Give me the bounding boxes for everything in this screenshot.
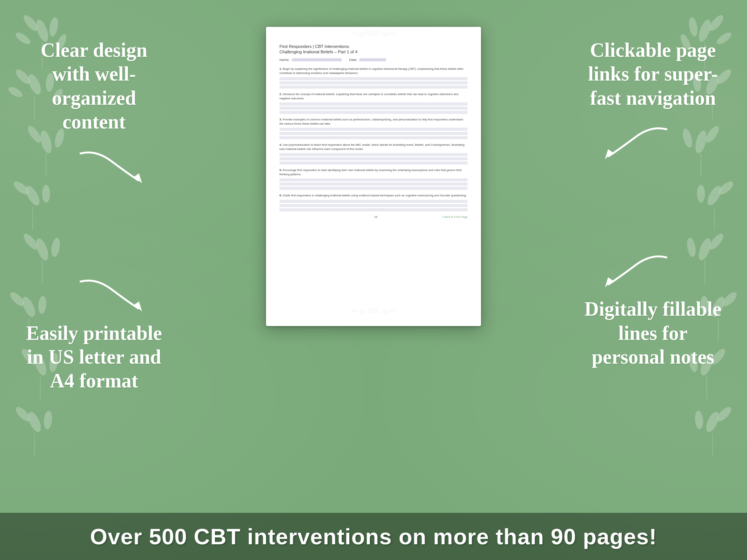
- answer-line: [279, 107, 468, 110]
- item-3-num: 3.: [279, 118, 282, 121]
- doc-item-4: 4. Use psychoeducation to teach first re…: [279, 143, 468, 165]
- answer-line: [279, 200, 468, 203]
- svg-point-80: [358, 310, 366, 314]
- name-label: Name:: [279, 58, 290, 62]
- answer-line: [279, 102, 468, 105]
- doc-decoration-top: [266, 28, 481, 39]
- svg-point-73: [358, 32, 366, 37]
- svg-point-75: [351, 31, 357, 35]
- date-input-line: [359, 58, 386, 61]
- right-column: Clickable page links for super-fast navi…: [570, 15, 747, 505]
- feature-text-2-right: Digitally fillable lines for personal no…: [582, 297, 724, 369]
- feature-block-2-left: Easily printable in US letter and A4 for…: [23, 266, 165, 393]
- center-column: First Responders | CBT Interventions: Ch…: [177, 15, 570, 505]
- item-4-answer: [279, 153, 468, 165]
- item-1-num: 1.: [279, 67, 282, 71]
- document-footer: 16 + Back to First Page: [279, 215, 468, 219]
- answer-line: [279, 132, 468, 135]
- document-fields: Name: Date:: [279, 58, 468, 62]
- item-6-answer: [279, 200, 468, 211]
- arrow-2-right: [597, 250, 674, 293]
- document: First Responders | CBT Interventions: Ch…: [266, 27, 481, 326]
- item-2-text: Introduce the concept of irrational beli…: [279, 92, 458, 100]
- answer-line: [279, 204, 468, 207]
- svg-point-81: [381, 310, 389, 314]
- item-4-num: 4.: [279, 143, 282, 147]
- feature-block-2-right: Digitally fillable lines for personal no…: [582, 242, 724, 369]
- page-number: 16: [310, 215, 441, 219]
- feature-text-2-left: Easily printable in US letter and A4 for…: [23, 321, 165, 393]
- svg-point-74: [381, 32, 389, 37]
- feature-text-1-right: Clickable page links for super-fast navi…: [582, 38, 724, 110]
- bottom-banner: Over 500 CBT interventions on more than …: [0, 513, 747, 560]
- svg-point-79: [368, 308, 379, 314]
- svg-point-83: [390, 309, 396, 313]
- answer-line: [279, 86, 468, 89]
- arrow-2-left: [73, 274, 150, 318]
- item-4-text: Use psychoeducation to teach first respo…: [279, 143, 464, 151]
- date-field: Date:: [349, 58, 387, 62]
- item-1-answer: [279, 77, 468, 89]
- doc-item-1: 1. Begin by explaining the significance …: [279, 67, 468, 89]
- item-5-num: 5.: [279, 168, 282, 172]
- item-1-text: Begin by explaining the significance of …: [279, 67, 463, 75]
- item-5-text: Encourage first responders to start iden…: [279, 168, 462, 176]
- item-6-num: 6.: [279, 194, 282, 197]
- item-3-answer: [279, 128, 468, 139]
- date-label: Date:: [349, 58, 358, 62]
- item-5-answer: [279, 178, 468, 190]
- doc-item-3: 3. Provide examples of common irrational…: [279, 118, 468, 139]
- page-container: Clear design with well-organized content: [0, 0, 747, 560]
- back-to-first-link[interactable]: + Back to First Page: [441, 215, 468, 219]
- answer-line: [279, 77, 468, 80]
- banner-text: Over 500 CBT interventions on more than …: [23, 524, 724, 549]
- svg-point-78: [377, 30, 382, 34]
- answer-line: [279, 81, 468, 84]
- answer-line: [279, 183, 468, 186]
- feature-text-1-left: Clear design with well-organized content: [23, 38, 165, 134]
- item-2-answer: [279, 102, 468, 114]
- answer-line: [279, 208, 468, 211]
- answer-line: [279, 161, 468, 165]
- answer-line: [279, 178, 468, 181]
- doc-item-2: 2. Introduce the concept of irrational b…: [279, 92, 468, 114]
- svg-point-82: [351, 309, 357, 313]
- feature-block-1-right: Clickable page links for super-fast navi…: [582, 38, 724, 165]
- doc-item-5: 5. Encourage first responders to start i…: [279, 168, 468, 190]
- item-3-text: Provide examples of common irrational be…: [279, 118, 463, 125]
- answer-line: [279, 187, 468, 190]
- feature-block-1-left: Clear design with well-organized content: [23, 38, 165, 189]
- item-2-num: 2.: [279, 92, 282, 96]
- answer-line: [279, 111, 468, 114]
- answer-line: [279, 153, 468, 156]
- name-input-line: [292, 58, 342, 61]
- svg-point-77: [365, 30, 370, 34]
- doc-decoration-bottom: [266, 305, 481, 316]
- svg-point-76: [390, 31, 396, 35]
- item-6-text: Guide first responders in challenging ir…: [283, 194, 466, 197]
- left-column: Clear design with well-organized content: [0, 15, 177, 505]
- answer-line: [279, 128, 468, 131]
- answer-line: [279, 157, 468, 160]
- answer-line: [279, 136, 468, 139]
- top-section: Clear design with well-organized content: [0, 0, 747, 513]
- document-subtitle: Challenging Irrational Beliefs – Part 1 …: [279, 49, 468, 54]
- doc-item-6: 6. Guide first responders in challenging…: [279, 194, 468, 211]
- arrow-1-right: [597, 122, 674, 165]
- document-title: First Responders | CBT Interventions:: [279, 44, 468, 49]
- name-field: Name:: [279, 58, 342, 62]
- arrow-1-left: [73, 146, 150, 189]
